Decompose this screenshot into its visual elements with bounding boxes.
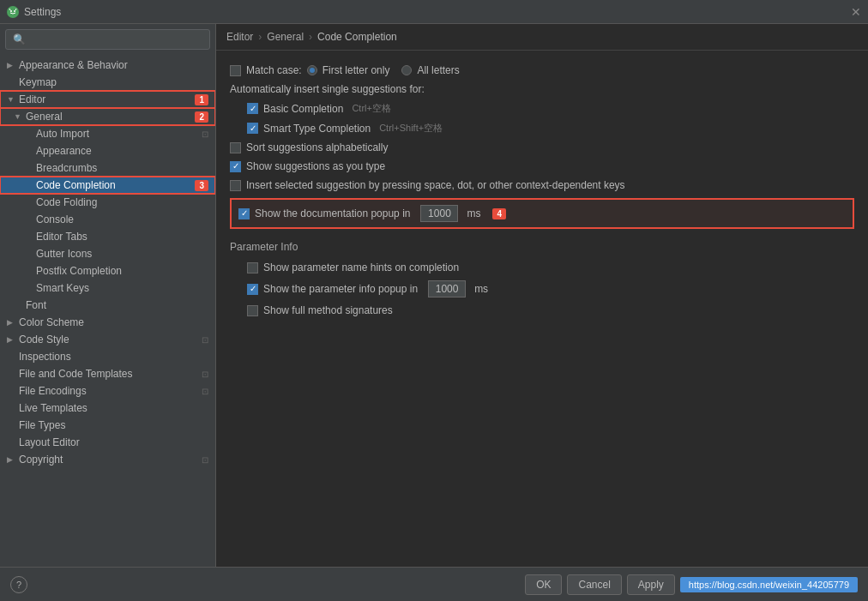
bottom-bar: ? OK Cancel Apply https://blog.csdn.net/… [0,567,868,601]
param-info-popup-value-input[interactable] [428,280,466,297]
sidebar-item-editor-tabs[interactable]: Editor Tabs [0,228,215,245]
sort-alphabetically-checkbox[interactable] [230,142,241,153]
sort-alphabetically-row: Sort suggestions alphabetically [230,138,854,157]
sidebar: ▶ Appearance & Behavior Keymap ▼ Editor … [0,24,216,567]
arrow-icon: ▶ [7,455,19,464]
sidebar-item-file-code-templates[interactable]: File and Code Templates ⊡ [0,365,215,382]
sidebar-item-console[interactable]: Console [0,211,215,228]
sidebar-label-breadcrumbs: Breadcrumbs [36,162,208,174]
sidebar-item-breadcrumbs[interactable]: Breadcrumbs [0,159,215,177]
search-input[interactable] [5,29,210,50]
match-case-label: Match case: [246,64,302,76]
sidebar-label-appearance-behavior: Appearance & Behavior [19,59,208,71]
cancel-button[interactable]: Cancel [567,574,621,595]
apply-button[interactable]: Apply [627,574,675,595]
auto-insert-label: Automatically insert single suggestions … [230,83,425,95]
sidebar-item-code-folding[interactable]: Code Folding [0,194,215,211]
help-button[interactable]: ? [10,576,27,593]
sidebar-item-font[interactable]: Font [0,297,215,314]
annotation-badge-1: 1 [195,94,208,105]
breadcrumb-sep-2: › [309,31,312,43]
smart-type-checkbox[interactable] [247,123,258,134]
sidebar-item-inspections[interactable]: Inspections [0,348,215,365]
show-param-name-hints-checkbox[interactable] [247,262,258,273]
show-doc-popup-checkbox[interactable] [238,208,250,219]
sidebar-item-color-scheme[interactable]: ▶ Color Scheme [0,314,215,331]
parameter-info-title-row: Parameter Info [230,232,854,258]
show-suggestions-checkbox[interactable] [230,161,241,172]
basic-completion-label: Basic Completion [263,103,343,115]
param-info-popup-unit: ms [474,283,488,295]
basic-completion-checkbox[interactable] [247,103,258,114]
sidebar-label-editor-tabs: Editor Tabs [36,231,208,243]
sidebar-item-code-style[interactable]: ▶ Code Style ⊡ [0,331,215,348]
sidebar-item-file-encodings[interactable]: File Encodings ⊡ [0,382,215,400]
insert-selected-row: Insert selected suggestion by pressing s… [230,176,854,195]
ok-button[interactable]: OK [525,574,562,595]
sidebar-label-live-templates: Live Templates [19,402,208,414]
insert-selected-checkbox[interactable] [230,180,241,191]
sidebar-item-live-templates[interactable]: Live Templates [0,400,215,417]
svg-line-3 [15,9,16,10]
match-case-checkbox[interactable] [230,65,241,76]
doc-popup-unit: ms [467,207,480,219]
show-doc-popup-label: Show the documentation popup in [255,207,410,219]
first-letter-label: First letter only [322,64,390,76]
sidebar-label-font: Font [26,299,208,311]
bottom-left: ? [10,576,27,593]
sidebar-item-editor[interactable]: ▼ Editor 1 [0,91,215,108]
show-full-method-row: Show full method signatures [230,301,854,320]
content-area: Editor › General › Code Completion Match… [216,24,868,567]
insert-selected-label: Insert selected suggestion by pressing s… [246,179,625,191]
sidebar-label-gutter-icons: Gutter Icons [36,248,208,260]
svg-point-1 [14,10,15,12]
title-bar-left: Settings [7,6,61,18]
bottom-right: OK Cancel Apply https://blog.csdn.net/we… [525,574,858,595]
show-param-info-popup-checkbox[interactable] [247,284,258,295]
show-suggestions-label: Show suggestions as you type [246,160,385,172]
sidebar-label-editor: Editor [19,93,191,105]
sidebar-label-auto-import: Auto Import [36,128,202,140]
sidebar-item-keymap[interactable]: Keymap [0,74,215,91]
sidebar-item-code-completion[interactable]: Code Completion 3 [0,177,215,194]
show-param-info-popup-row: Show the parameter info popup in ms [230,277,854,301]
annotation-badge-4: 4 [492,208,506,219]
sidebar-label-inspections: Inspections [19,351,208,363]
sidebar-editor-section: ▼ Editor 1 ▼ General 2 Auto Import [0,91,215,314]
breadcrumb-current: Code Completion [317,31,397,43]
sidebar-label-layout-editor: Layout Editor [19,436,208,448]
sidebar-tree: ▶ Appearance & Behavior Keymap ▼ Editor … [0,55,215,567]
arrow-icon: ▶ [7,61,19,69]
all-letters-label: All letters [417,64,459,76]
close-button[interactable]: ✕ [851,6,861,18]
sidebar-item-appearance-behavior[interactable]: ▶ Appearance & Behavior [0,57,215,74]
arrow-icon: ▶ [7,335,19,344]
breadcrumb-editor: Editor [226,31,253,43]
first-letter-radio[interactable] [307,65,317,75]
sidebar-code-completion-wrapper: Code Completion 3 [0,177,215,194]
basic-completion-shortcut: Ctrl+空格 [352,102,391,115]
sidebar-label-postfix-completion: Postfix Completion [36,265,208,277]
android-icon [7,6,19,18]
sidebar-item-general[interactable]: ▼ General 2 [0,108,215,125]
copy-icon: ⊡ [202,370,208,379]
sidebar-item-postfix-completion[interactable]: Postfix Completion [0,262,215,279]
copy-icon: ⊡ [202,335,208,345]
sidebar-general-section: ▼ General 2 Auto Import ⊡ Appearance [0,108,215,297]
arrow-icon: ▼ [7,95,19,104]
sidebar-item-layout-editor[interactable]: Layout Editor [0,434,215,451]
doc-popup-value-input[interactable] [420,205,458,222]
sidebar-item-gutter-icons[interactable]: Gutter Icons [0,245,215,262]
sidebar-item-appearance[interactable]: Appearance [0,142,215,159]
sidebar-label-console: Console [36,213,208,225]
sidebar-item-copyright[interactable]: ▶ Copyright ⊡ [0,451,215,468]
sidebar-item-file-types[interactable]: File Types [0,417,215,434]
all-letters-radio[interactable] [401,65,412,75]
sidebar-item-smart-keys[interactable]: Smart Keys [0,279,215,297]
breadcrumb-general: General [267,31,304,43]
show-full-method-checkbox[interactable] [247,305,258,316]
sidebar-item-auto-import[interactable]: Auto Import ⊡ [0,125,215,142]
breadcrumb: Editor › General › Code Completion [216,24,868,51]
smart-type-label: Smart Type Completion [263,123,371,135]
match-case-row: Match case: First letter only All letter… [230,61,854,80]
